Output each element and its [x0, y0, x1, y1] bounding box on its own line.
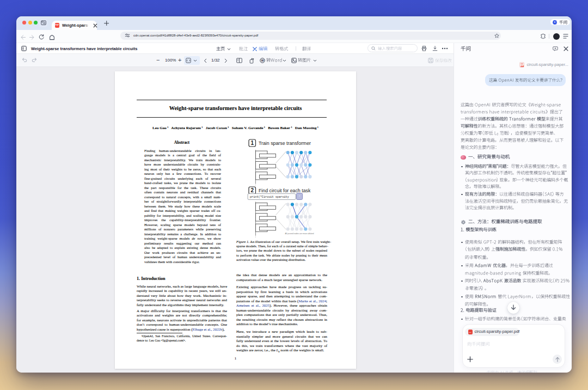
svg-text:2: 2 — [250, 187, 254, 193]
svg-text:print("Circuit sparsity: print("Circuit sparsity — [250, 196, 289, 199]
svg-text:All pruned nodes are mean abla: All pruned nodes are mean ablated — [285, 233, 314, 235]
svg-text:Find circuit for each task: Find circuit for each task — [259, 188, 311, 193]
svg-text:W: W — [261, 59, 264, 62]
svg-text:1: 1 — [250, 140, 254, 146]
svg-text:Train sparse transformer: Train sparse transformer — [259, 141, 311, 146]
